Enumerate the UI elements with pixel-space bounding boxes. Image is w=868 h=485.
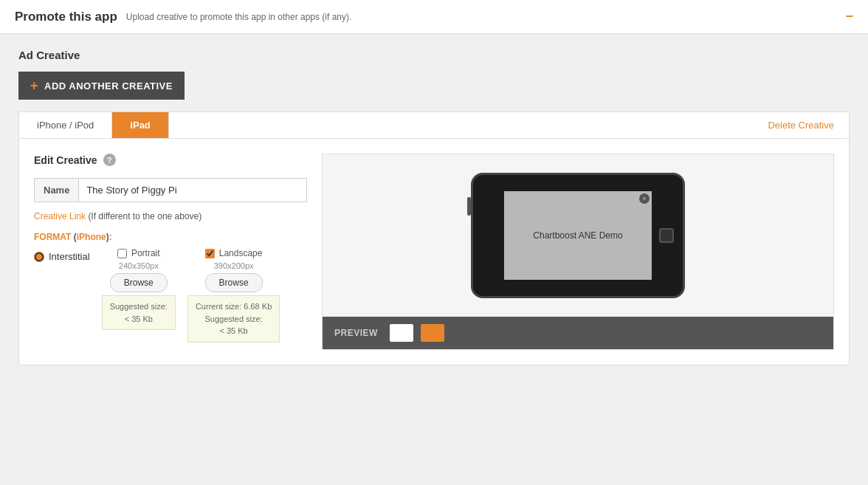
landscape-label: Landscape	[219, 248, 263, 258]
page-title: Promote this app	[15, 10, 117, 24]
edit-creative-panel: Edit Creative ? Name Creative Link (If d…	[18, 138, 850, 365]
iphone-screen: × Chartboost ANE Demo	[504, 191, 652, 280]
edit-creative-title: Edit Creative	[34, 154, 97, 166]
preview-area: × Chartboost ANE Demo	[323, 154, 833, 317]
page-wrapper: Promote this app Upload creative to prom…	[0, 0, 868, 485]
tabs-container: iPhone / iPod iPad	[19, 112, 169, 138]
format-options: Portrait 240x350px Browse Suggested size…	[102, 248, 280, 343]
demo-text: Chartboost ANE Demo	[533, 230, 622, 241]
format-label: FORMAT (iPhone):	[34, 232, 307, 242]
preview-white-button[interactable]	[390, 324, 413, 342]
tab-ipad[interactable]: iPad	[112, 112, 168, 138]
collapse-icon[interactable]: −	[845, 9, 853, 24]
add-creative-label: ADD ANOTHER CREATIVE	[44, 80, 173, 92]
interstitial-col: Interstitial	[34, 248, 90, 262]
iphone-home-button[interactable]	[659, 228, 674, 243]
header-left: Promote this app Upload creative to prom…	[15, 10, 351, 24]
creative-link-text[interactable]: Creative Link	[34, 211, 86, 221]
format-section: FORMAT (iPhone): Interstitial	[34, 232, 307, 343]
portrait-checkbox[interactable]	[117, 249, 127, 258]
preview-toolbar: PREVIEW	[323, 317, 833, 349]
interstitial-label: Interstitial	[49, 251, 90, 262]
creative-link-suffix: (If different to the one above)	[88, 211, 202, 221]
page-subtitle: Upload creative to promote this app in o…	[126, 12, 352, 22]
name-input[interactable]	[79, 179, 306, 202]
plus-icon: +	[30, 79, 38, 92]
tabs-row: iPhone / iPod iPad Delete Creative	[18, 111, 850, 138]
portrait-dim: 240x350px	[119, 261, 159, 270]
preview-panel: × Chartboost ANE Demo PREVIEW	[322, 154, 834, 350]
section-title: Ad Creative	[18, 49, 850, 61]
portrait-size-info: Suggested size:< 35 Kb	[102, 295, 176, 330]
edit-form: Edit Creative ? Name Creative Link (If d…	[34, 154, 307, 350]
landscape-option: Landscape 390x200px Browse Current size:…	[187, 248, 280, 343]
portrait-option: Portrait 240x350px Browse Suggested size…	[102, 248, 176, 343]
portrait-size-label: Suggested size:< 35 Kb	[110, 302, 168, 323]
landscape-size-info: Current size: 6.68 Kb Suggested size:< 3…	[187, 295, 280, 343]
portrait-browse-button[interactable]: Browse	[110, 273, 168, 292]
name-row: Name	[34, 178, 307, 202]
iphone-volume-button	[467, 197, 471, 216]
portrait-header: Portrait	[117, 248, 160, 258]
format-grid: Interstitial Portrait 240x350px	[34, 248, 307, 343]
interstitial-radio[interactable]	[34, 252, 44, 262]
help-icon[interactable]: ?	[103, 154, 116, 166]
landscape-header: Landscape	[205, 248, 263, 258]
tab-iphone[interactable]: iPhone / iPod	[19, 112, 112, 138]
page-header: Promote this app Upload creative to prom…	[0, 0, 868, 34]
landscape-current-size: Current size: 6.68 Kb	[196, 302, 272, 311]
landscape-browse-button[interactable]: Browse	[205, 273, 263, 292]
delete-creative-link[interactable]: Delete Creative	[768, 120, 849, 131]
add-creative-button[interactable]: + ADD ANOTHER CREATIVE	[18, 72, 185, 100]
portrait-label: Portrait	[131, 248, 160, 258]
preview-orange-button[interactable]	[421, 324, 444, 342]
iphone-close-button[interactable]: ×	[639, 193, 650, 204]
name-label: Name	[35, 179, 79, 202]
main-content: Ad Creative + ADD ANOTHER CREATIVE iPhon…	[0, 34, 868, 380]
edit-creative-header: Edit Creative ?	[34, 154, 307, 166]
iphone-device: × Chartboost ANE Demo	[471, 173, 685, 298]
landscape-suggested-size: Suggested size:< 35 Kb	[204, 314, 262, 336]
creative-link-row: Creative Link (If different to the one a…	[34, 211, 307, 221]
landscape-checkbox[interactable]	[205, 249, 215, 258]
preview-label: PREVIEW	[334, 328, 378, 338]
landscape-dim: 390x200px	[214, 261, 254, 270]
